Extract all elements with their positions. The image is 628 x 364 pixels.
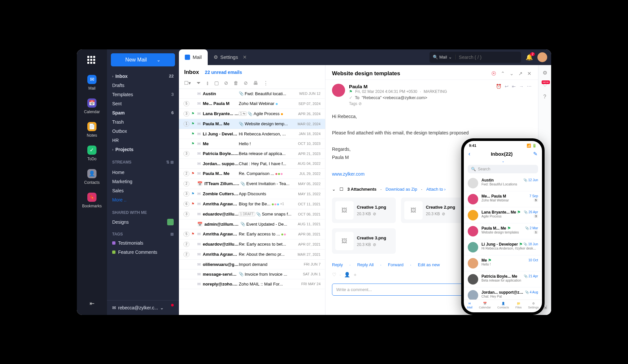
gear-icon[interactable]: ⚙ xyxy=(543,70,547,76)
email-row[interactable]: 5 ⚑ ✉ Amritha Agrawal... Re: Early acces… xyxy=(179,229,325,239)
folder-templates[interactable]: Templates3 xyxy=(112,90,174,99)
stream-more[interactable]: More .. xyxy=(112,195,174,204)
search-bar[interactable]: 🔍 Mail ⌄ xyxy=(429,52,521,63)
reply-all-button[interactable]: Reply All xyxy=(357,262,374,267)
email-row[interactable]: 2 ⚑ ✉ Paula M... Me Re. Comparison ... J… xyxy=(179,169,325,179)
email-row[interactable]: 2 📅 ITTeam Zillum... Me 📎Event Invitatio… xyxy=(179,179,325,189)
notifications-icon[interactable]: 🔔2 xyxy=(526,54,533,61)
back-icon[interactable]: ‹ xyxy=(468,150,470,157)
phone-email-row[interactable]: Jordan... support@zylker📎 4 Aug Chat: He… xyxy=(464,287,542,300)
like-icon[interactable]: ♡ xyxy=(332,272,336,278)
apps-icon[interactable] xyxy=(87,56,96,65)
forward-button[interactable]: Forward xyxy=(388,262,404,267)
email-row[interactable]: 📅 admin@zillum.com 📎Event Updated - De..… xyxy=(179,219,325,229)
shared-designs[interactable]: Designs xyxy=(107,217,179,227)
tag-icon[interactable]: ⊘ xyxy=(224,80,228,86)
edit-as-new-button[interactable]: Edit as new xyxy=(418,262,440,267)
search-scope[interactable]: 🔍 Mail ⌄ xyxy=(429,55,456,60)
add-tag-icon[interactable]: ⊞ xyxy=(170,232,174,236)
phone-email-row[interactable]: Li Jung - Developer ⚑📎 18 Jun Hi Rebecca… xyxy=(464,239,542,255)
print-icon[interactable]: 🖶 xyxy=(253,80,258,86)
phone-tab-calendar[interactable]: 📅Calendar xyxy=(479,302,491,309)
tab-settings[interactable]: ⚙Settings✕ xyxy=(208,49,253,65)
folder-sent[interactable]: Sent xyxy=(112,99,174,108)
phone-email-row[interactable]: Lana Bryante... Me ⚑📎 26 Apr Agile Proce… xyxy=(464,207,542,223)
collapse-up-icon[interactable]: ⌃ xyxy=(501,71,505,77)
phone-email-row[interactable]: Me... Paula M7 Sep Zoho Mail Webinar5 xyxy=(464,191,542,207)
avatar[interactable] xyxy=(537,52,547,62)
email-row[interactable]: ✉ message-service@... 📎Invoice from Invo… xyxy=(179,269,325,279)
attachment-card[interactable]: 🖼Creative 3.png20.3 KB ⊘ xyxy=(332,228,396,254)
attachment-card[interactable]: 🖼Creative 2.png20.3 KB ⊘ xyxy=(401,198,465,223)
tag-testimonials[interactable]: Testimonials xyxy=(107,238,179,248)
folder-icon[interactable]: ▢ xyxy=(214,80,219,86)
reply-all-icon[interactable]: ⇤ xyxy=(512,84,516,106)
folder-projects[interactable]: ›Projects xyxy=(112,145,174,154)
phone-tab-settings[interactable]: ⚙Settings xyxy=(528,302,539,309)
email-row[interactable]: ✉ noreply@zoho.com Zoho MAIL :: Mail For… xyxy=(179,279,325,289)
phone-search[interactable]: 🔍 Search xyxy=(468,165,538,173)
folder-drafts[interactable]: Drafts xyxy=(112,81,174,90)
compose-icon[interactable]: ✎ xyxy=(533,151,537,157)
phone-email-row[interactable]: Paula M... Me ⚑📎 2 Mar Website design te… xyxy=(464,223,542,239)
tab-mail[interactable]: Mail xyxy=(179,49,208,65)
flag-icon[interactable]: ⚑ xyxy=(349,89,353,94)
reply-button[interactable]: Reply xyxy=(332,262,343,267)
email-row[interactable]: ⚑ ✉ Me Hello ! OCT 10, 2023 xyxy=(179,139,325,149)
email-row[interactable]: 3 ✉ Patricia Boyle... Me Beta release of… xyxy=(179,149,325,159)
mention-icon[interactable]: 👤 xyxy=(344,272,350,278)
email-row[interactable]: 2 ✉ eduardov@zillum.c... Re: Early acces… xyxy=(179,239,325,250)
email-row[interactable]: ✉ Jordan... support@z... Chat : Hey Pat,… xyxy=(179,159,325,169)
widgets-icon[interactable]: ♡NEW xyxy=(543,82,547,88)
email-row[interactable]: ✉ Austin 📎Fwd: Beautiful locati... WED J… xyxy=(179,89,325,99)
rail-contacts[interactable]: 👤Contacts xyxy=(84,169,99,185)
account-switcher[interactable]: ✉ rebecca@zylker.c... ⌄ xyxy=(107,300,179,315)
delete-icon[interactable]: 🗑 xyxy=(234,80,238,86)
stream-marketing[interactable]: Marketing xyxy=(112,177,174,186)
close-icon[interactable]: ✕ xyxy=(527,71,532,77)
phone-tab-files[interactable]: 📁Files xyxy=(515,302,522,309)
phone-email-row[interactable]: Me ⚑10 Oct Hello ! xyxy=(464,255,542,271)
email-row[interactable]: 2 ✉ Amritha Agrawal... Re: About the dem… xyxy=(179,250,325,260)
unread-count[interactable]: 22 unread emails xyxy=(205,70,242,75)
folder-trash[interactable]: Trash xyxy=(112,117,174,127)
download-zip-link[interactable]: Download as Zip xyxy=(386,187,417,192)
close-icon[interactable]: ✕ xyxy=(243,54,247,60)
email-row[interactable]: ⚑ ✉ Li Jung - Developer Hi Rebecca Ander… xyxy=(179,129,325,139)
stream-sales[interactable]: Sales xyxy=(112,186,174,195)
forward-icon[interactable]: → xyxy=(519,84,524,106)
folder-spam[interactable]: Spam6 xyxy=(112,108,174,117)
collapse-icon[interactable]: ⇤ xyxy=(90,300,95,307)
block-icon[interactable]: ⊘ xyxy=(244,80,248,86)
add-tag-icon[interactable]: ⊘ xyxy=(358,101,362,106)
new-mail-button[interactable]: New Mail xyxy=(111,53,175,66)
email-row[interactable]: 6 ⚑ ✉ Amritha Agrawal... Blog for the Be… xyxy=(179,199,325,209)
rail-notes[interactable]: 📄Notes xyxy=(87,122,97,138)
attachment-card[interactable]: 🖼Creative 1.png20.3 KB ⊘ xyxy=(332,198,396,223)
folder-inbox[interactable]: ›Inbox22 xyxy=(112,72,174,81)
checkbox-icon[interactable]: ☐▾ xyxy=(184,80,191,86)
more-icon[interactable]: ⋮ xyxy=(263,80,268,86)
filter-icon[interactable]: ⏷ xyxy=(196,80,201,86)
reminder-icon[interactable]: ⏰ xyxy=(496,84,501,106)
folder-outbox[interactable]: Outbox xyxy=(112,127,174,136)
rail-calendar[interactable]: 📅Calendar xyxy=(84,98,100,114)
attach-to-link[interactable]: Attach to › xyxy=(426,187,445,192)
reply-icon[interactable]: ↩ xyxy=(505,84,509,106)
stream-home[interactable]: Home xyxy=(112,168,174,177)
phone-email-row[interactable]: Patricia Boyle... Me📎 21 Apr Beta releas… xyxy=(464,271,542,287)
tag-feature-comments[interactable]: Feature Comments xyxy=(107,248,179,257)
email-row[interactable]: 3 ⚑ ✉ Zombie Cutters... le... App Discou… xyxy=(179,189,325,199)
email-row[interactable]: 1 ⚑ ✉ Paula M... Me 📎Website design temp… xyxy=(179,119,325,129)
search-input[interactable] xyxy=(456,55,505,60)
phone-tab-mail[interactable]: ✉Mail xyxy=(467,302,473,309)
streams-options-icon[interactable]: ⇅ ⊞ xyxy=(166,160,174,165)
popout-icon[interactable]: ↗ xyxy=(518,71,523,77)
folder-hr[interactable]: HR xyxy=(112,136,174,145)
add-reaction-icon[interactable]: + xyxy=(354,272,357,278)
tag-menu-icon[interactable]: ⦿ xyxy=(491,71,496,77)
email-row[interactable]: 5 ✉ Me... Paula M Zoho Mail Webinar SEP … xyxy=(179,99,325,109)
email-row[interactable]: 3 ⚑ ✉ Lana Bryante... Me 1 ⇆📎Agile Proce… xyxy=(179,109,325,119)
phone-email-row[interactable]: Austin📎 12 Jun Fwd: Beautiful Locations xyxy=(464,175,542,191)
sort-icon[interactable]: ⫿ xyxy=(206,80,209,86)
